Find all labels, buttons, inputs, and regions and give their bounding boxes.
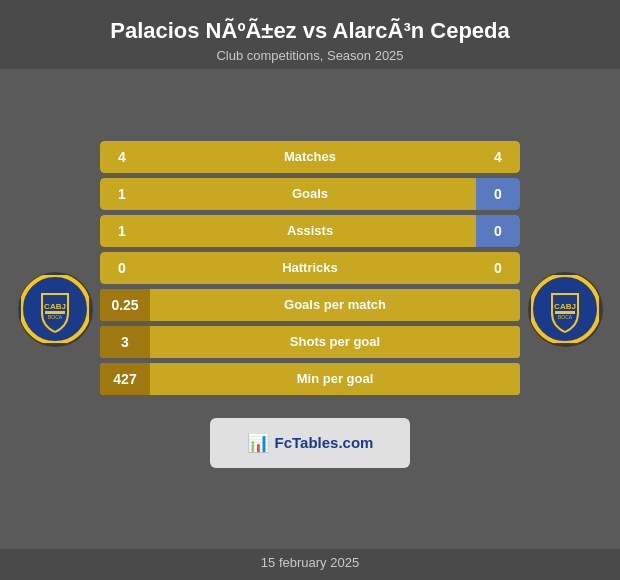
stat-row-assists: 1 Assists 0 — [100, 215, 520, 247]
shots-per-goal-value: 3 — [100, 326, 150, 358]
matches-label: Matches — [144, 141, 476, 173]
min-per-goal-label: Min per goal — [150, 363, 520, 395]
right-badge-svg: CABJ BOCA — [531, 275, 599, 343]
stat-row-hattricks: 0 Hattricks 0 — [100, 252, 520, 284]
fctables-label: FcTables.com — [275, 434, 374, 451]
svg-text:BOCA: BOCA — [558, 314, 573, 320]
left-badge-svg: CABJ BOCA — [21, 275, 89, 343]
fctables-banner[interactable]: 📊 FcTables.com — [210, 418, 410, 468]
stat-row-min-per-goal: 427 Min per goal — [100, 363, 520, 395]
subtitle: Club competitions, Season 2025 — [20, 48, 600, 63]
shots-per-goal-label: Shots per goal — [150, 326, 520, 358]
hattricks-right-value: 0 — [476, 252, 520, 284]
content-area: CABJ BOCA 4 Matches 4 1 Goals 0 1 Assist… — [0, 69, 620, 549]
svg-text:BOCA: BOCA — [48, 314, 63, 320]
hattricks-left-value: 0 — [100, 252, 144, 284]
goals-per-match-value: 0.25 — [100, 289, 150, 321]
stat-row-goals-per-match: 0.25 Goals per match — [100, 289, 520, 321]
left-logo: CABJ BOCA — [10, 272, 100, 347]
title-section: Palacios NÃºÃ±ez vs AlarcÃ³n Cepeda Club… — [0, 0, 620, 69]
assists-right-value: 0 — [476, 215, 520, 247]
goals-left-value: 1 — [100, 178, 144, 210]
fctables-icon: 📊 — [247, 432, 269, 454]
assists-left-value: 1 — [100, 215, 144, 247]
goals-right-value: 0 — [476, 178, 520, 210]
footer-date: 15 february 2025 — [261, 549, 359, 580]
matches-left-value: 4 — [100, 141, 144, 173]
stats-column: 4 Matches 4 1 Goals 0 1 Assists 0 0 Hatt… — [100, 141, 520, 478]
assists-label: Assists — [144, 215, 476, 247]
right-badge: CABJ BOCA — [528, 272, 603, 347]
min-per-goal-value: 427 — [100, 363, 150, 395]
matches-right-value: 4 — [476, 141, 520, 173]
page-title: Palacios NÃºÃ±ez vs AlarcÃ³n Cepeda — [20, 18, 600, 44]
right-logo: CABJ BOCA — [520, 272, 610, 347]
goals-per-match-label: Goals per match — [150, 289, 520, 321]
hattricks-label: Hattricks — [144, 252, 476, 284]
stat-row-matches: 4 Matches 4 — [100, 141, 520, 173]
left-badge: CABJ BOCA — [18, 272, 93, 347]
stat-row-goals: 1 Goals 0 — [100, 178, 520, 210]
goals-label: Goals — [144, 178, 476, 210]
svg-text:CABJ: CABJ — [44, 302, 66, 311]
svg-text:CABJ: CABJ — [554, 302, 576, 311]
stat-row-shots-per-goal: 3 Shots per goal — [100, 326, 520, 358]
